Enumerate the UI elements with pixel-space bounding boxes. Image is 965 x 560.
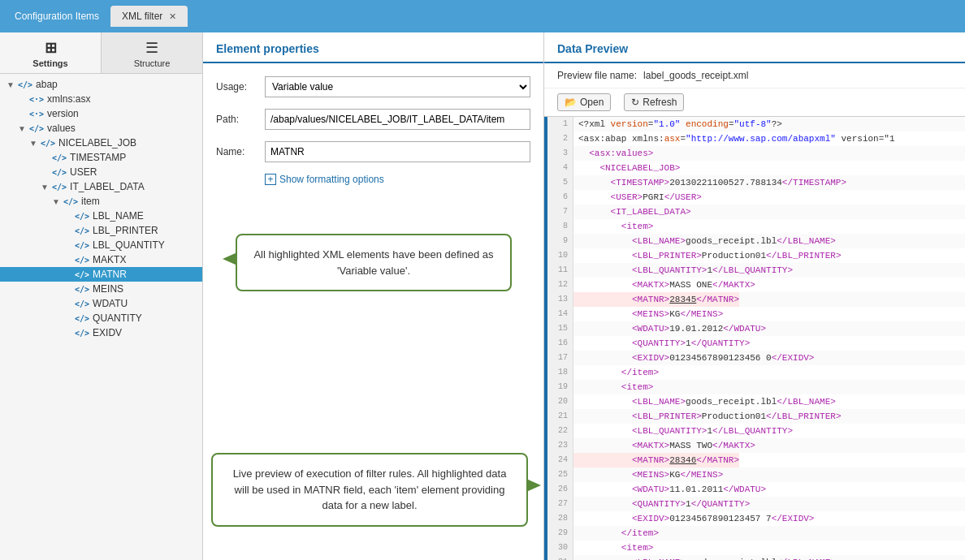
xml-line: 18 </item> xyxy=(547,365,965,380)
tree-label: IT_LABEL_DATA xyxy=(70,181,145,192)
node-icon: </> xyxy=(18,80,32,89)
line-content: <item> xyxy=(573,380,653,394)
tree-item[interactable]: </>QUANTITY xyxy=(0,311,202,325)
settings-tab-label: Settings xyxy=(32,58,67,68)
right-panel: Data Preview Preview file name: label_go… xyxy=(544,32,965,560)
xml-line: 31 <LBL_NAME>goods_receipt.lbl</LBL_NAME… xyxy=(547,555,965,560)
tree-item[interactable]: </>LBL_PRINTER xyxy=(0,223,202,238)
line-content: <WDATU>11.01.2011</WDATU> xyxy=(573,482,766,497)
tree-item[interactable]: </>EXIDV xyxy=(0,325,202,340)
line-number: 21 xyxy=(547,409,573,424)
xml-line: 6 <USER>PGRI</USER> xyxy=(547,190,965,205)
tree-label: USER xyxy=(70,166,97,178)
tree-item[interactable]: </>TIMESTAMP xyxy=(0,150,202,165)
line-content: <item> xyxy=(573,541,653,555)
element-props-header: Element properties xyxy=(203,32,543,63)
path-input[interactable] xyxy=(265,109,530,130)
tree-label: QUANTITY xyxy=(93,312,142,324)
xml-line: 11 <LBL_QUANTITY>1</LBL_QUANTITY> xyxy=(547,263,965,278)
line-number: 13 xyxy=(547,292,573,307)
tree-item[interactable]: ▼</>values xyxy=(0,121,202,136)
close-icon[interactable]: ✕ xyxy=(169,11,176,22)
tree-toggle[interactable]: ▼ xyxy=(41,183,52,192)
xml-line: 7 <IT_LABEL_DATA> xyxy=(547,205,965,219)
line-number: 22 xyxy=(547,424,573,438)
node-icon: </> xyxy=(75,270,89,279)
tree-item[interactable]: </>LBL_QUANTITY xyxy=(0,238,202,252)
xml-content[interactable]: 1<?xml version="1.0" encoding="utf-8"?>2… xyxy=(544,117,965,560)
tab-structure[interactable]: ☰ Structure xyxy=(102,32,202,73)
tab-bar: Configuration Items XML filter ✕ xyxy=(0,0,965,32)
data-preview-header: Data Preview xyxy=(544,32,965,63)
tree-item[interactable]: </>MATNR xyxy=(0,267,202,282)
tab-xml-filter[interactable]: XML filter ✕ xyxy=(110,6,188,27)
line-number: 4 xyxy=(547,161,573,175)
tree-item[interactable]: <·>xmlns:asx xyxy=(0,92,202,106)
line-number: 8 xyxy=(547,219,573,234)
tree-label: LBL_NAME xyxy=(93,210,144,222)
tree-item[interactable]: ▼</>NICELABEL_JOB xyxy=(0,136,202,150)
show-formatting-btn[interactable]: + Show formatting options xyxy=(216,174,530,185)
xml-line: 24 <MATNR>28346</MATNR> xyxy=(547,453,965,467)
name-input[interactable] xyxy=(265,141,530,162)
data-preview-title: Data Preview xyxy=(557,42,628,55)
xml-line: 10 <LBL_PRINTER>Production01</LBL_PRINTE… xyxy=(547,248,965,263)
tree-label: item xyxy=(81,196,100,207)
plus-icon: + xyxy=(265,174,276,185)
tree-item[interactable]: </>MAKTX xyxy=(0,252,202,267)
tree-item[interactable]: </>USER xyxy=(0,165,202,179)
line-content: <LBL_NAME>goods_receipt.lbl</LBL_NAME> xyxy=(573,555,836,560)
line-content: <MATNR>28346</MATNR> xyxy=(573,453,739,467)
line-number: 25 xyxy=(547,467,573,482)
tree-toggle[interactable]: ▼ xyxy=(18,124,29,133)
line-number: 24 xyxy=(547,453,573,467)
xml-line: 9 <LBL_NAME>goods_receipt.lbl</LBL_NAME> xyxy=(547,234,965,248)
tree-label: LBL_PRINTER xyxy=(93,225,158,236)
tree-container[interactable]: ▼</>abap<·>xmlns:asx<·>version▼</>values… xyxy=(0,74,202,560)
node-icon: </> xyxy=(52,183,67,192)
tab-config-items-label: Configuration Items xyxy=(15,11,99,22)
tree-item[interactable]: ▼</>IT_LABEL_DATA xyxy=(0,179,202,194)
tree-toggle[interactable]: ▼ xyxy=(52,197,63,206)
callout-live-preview-text: Live preview of execution of filter rule… xyxy=(233,467,507,511)
line-content: <QUANTITY>1</QUANTITY> xyxy=(573,336,750,351)
xml-line: 3 <asx:values> xyxy=(547,146,965,161)
preview-toolbar: 📂 Open ↻ Refresh xyxy=(544,88,965,117)
refresh-button[interactable]: ↻ Refresh xyxy=(624,93,684,111)
line-content: <asx:values> xyxy=(573,146,653,161)
tree-item[interactable]: </>LBL_NAME xyxy=(0,209,202,223)
line-number: 14 xyxy=(547,307,573,321)
line-content: <item> xyxy=(573,219,653,234)
usage-row: Usage: Variable value Fixed value Ignore xyxy=(216,76,530,97)
node-icon: </> xyxy=(75,241,89,250)
node-icon: </> xyxy=(75,212,89,221)
tree-toggle[interactable]: ▼ xyxy=(6,80,18,89)
tree-label: values xyxy=(47,123,76,134)
node-icon: </> xyxy=(52,153,67,162)
usage-select[interactable]: Variable value Fixed value Ignore xyxy=(265,76,530,97)
name-row: Name: xyxy=(216,141,530,162)
line-number: 20 xyxy=(547,394,573,409)
xml-line: 14 <MEINS>KG</MEINS> xyxy=(547,307,965,321)
line-content: <MEINS>KG</MEINS> xyxy=(573,307,723,321)
line-number: 7 xyxy=(547,205,573,219)
line-number: 18 xyxy=(547,365,573,380)
node-icon: </> xyxy=(75,329,89,338)
panel-tabs: ⊞ Settings ☰ Structure xyxy=(0,32,202,74)
line-number: 31 xyxy=(547,555,573,560)
tab-settings[interactable]: ⊞ Settings xyxy=(0,32,102,73)
tab-config-items[interactable]: Configuration Items xyxy=(3,6,110,27)
line-number: 6 xyxy=(547,190,573,205)
tree-label: NICELABEL_JOB xyxy=(58,137,136,149)
tree-item[interactable]: </>MEINS xyxy=(0,282,202,296)
tree-item[interactable]: <·>version xyxy=(0,106,202,121)
tree-item[interactable]: ▼</>abap xyxy=(0,77,202,92)
tree-item[interactable]: </>WDATU xyxy=(0,296,202,311)
tree-item[interactable]: ▼</>item xyxy=(0,194,202,209)
tree-toggle[interactable]: ▼ xyxy=(29,139,41,148)
line-content: <TIMESTAMP>20130221100527.788134</TIMEST… xyxy=(573,175,846,190)
line-number: 15 xyxy=(547,321,573,336)
filename-value: label_goods_receipt.xml xyxy=(643,70,748,81)
tree-label: MAKTX xyxy=(93,254,126,265)
open-button[interactable]: 📂 Open xyxy=(557,93,611,111)
